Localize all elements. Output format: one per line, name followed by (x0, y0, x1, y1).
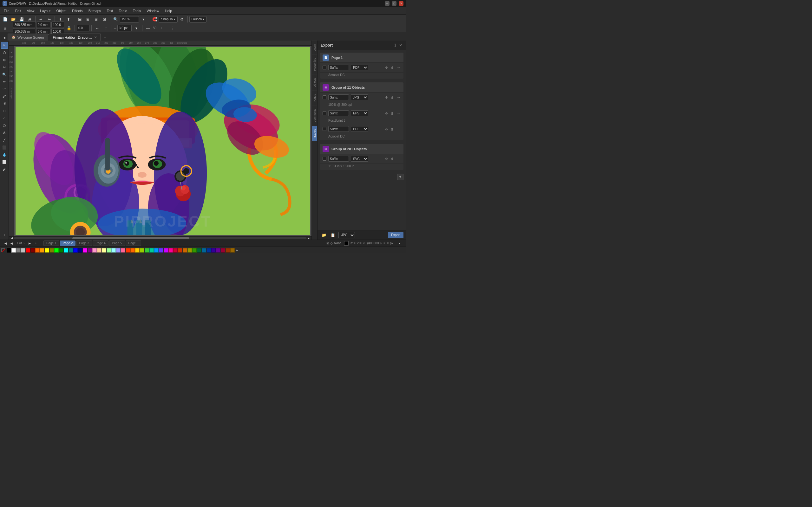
group1-eps-format[interactable]: EPSJPGPDFPNGSVG (351, 110, 368, 116)
select-tool[interactable]: ↖ (1, 42, 8, 49)
color-swatch[interactable] (16, 248, 20, 252)
page1-pdf-delete-btn[interactable]: 🗑 (390, 65, 395, 70)
node-tool[interactable]: ⬡ (1, 49, 8, 56)
first-page-btn[interactable]: |◀ (3, 241, 8, 246)
paint-tool[interactable]: 🖌 (1, 166, 8, 173)
page-tab-5[interactable]: Page 5 (109, 240, 125, 246)
side-tab-pages[interactable]: Pages (312, 91, 317, 106)
page-tab-1[interactable]: Page 1 (44, 240, 59, 246)
lock-ratio-btn[interactable]: 🔒 (65, 24, 72, 32)
minimize-button[interactable]: ─ (385, 1, 390, 6)
close-panel-btn[interactable]: ✕ (398, 43, 403, 48)
color-swatch[interactable] (26, 248, 30, 252)
expand-panels-btn[interactable]: ⟫ (394, 43, 397, 48)
menu-window[interactable]: Window (144, 8, 162, 13)
group1-jpg-more-btn[interactable]: ⋯ (396, 95, 401, 100)
group1-pdf-format[interactable]: PDFJPGPNGEPSSVG (351, 126, 368, 132)
freehand-tool[interactable]: ✏ (1, 78, 8, 85)
color-swatch[interactable] (131, 248, 135, 252)
select-all-btn[interactable]: ⊞ (1, 24, 9, 32)
ellipse-tool[interactable]: ○ (1, 115, 8, 122)
view2-btn[interactable]: ⊞ (84, 15, 92, 23)
tab-close-icon[interactable]: ✕ (94, 36, 97, 39)
group1-pdf-suffix[interactable] (328, 126, 349, 132)
scroll-track[interactable] (14, 237, 306, 239)
page1-pdf-more-btn[interactable]: ⋯ (396, 65, 401, 70)
group2-svg-format[interactable]: SVGJPGPDFPNGEPS (351, 156, 368, 162)
maximize-button[interactable]: □ (392, 1, 397, 6)
tab-document[interactable]: Firman Hatibu - Dragon... ✕ (49, 34, 101, 41)
color-swatch[interactable] (168, 248, 173, 252)
color-swatch[interactable] (178, 248, 183, 252)
eraser-tool[interactable]: ⬜ (1, 158, 8, 165)
menu-file[interactable]: File (1, 8, 12, 13)
color-swatch[interactable] (183, 248, 187, 252)
scroll-left-btn[interactable]: ◀ (9, 237, 14, 239)
color-swatch[interactable] (92, 248, 97, 252)
group1-pdf-more-btn[interactable]: ⋯ (396, 126, 401, 131)
color-swatch[interactable] (211, 248, 216, 252)
color-swatch[interactable] (88, 248, 92, 252)
color-swatch[interactable] (11, 248, 16, 252)
opacity-minus-btn[interactable]: — (144, 24, 152, 32)
group2-svg-suffix[interactable] (328, 156, 349, 162)
group1-jpg-delete-btn[interactable]: 🗑 (390, 95, 395, 100)
zoom-in-btn[interactable]: 🔍 (112, 15, 119, 23)
color-swatch[interactable] (116, 248, 120, 252)
group1-pdf-settings-btn[interactable]: ⚙ (384, 126, 389, 131)
polygon-tool[interactable]: ⬠ (1, 122, 8, 129)
color-swatch[interactable] (216, 248, 220, 252)
color-swatch[interactable] (102, 248, 106, 252)
color-swatch[interactable] (21, 248, 26, 252)
color-swatch[interactable] (188, 248, 192, 252)
color-swatch[interactable] (159, 248, 163, 252)
color-swatch[interactable] (107, 248, 111, 252)
w-input[interactable] (36, 21, 50, 28)
zoom-tool[interactable]: 🔍 (1, 71, 8, 78)
menu-object[interactable]: Object (54, 8, 69, 13)
color-swatch[interactable] (83, 248, 87, 252)
add-tool-btn[interactable]: + (1, 231, 8, 238)
group1-jpg-checkbox[interactable] (322, 95, 326, 99)
smart-draw-tool[interactable]: 〰 (1, 86, 8, 93)
horizontal-scrollbar[interactable]: ◀ ▶ (9, 236, 311, 239)
line-tool[interactable]: ╱ (1, 136, 8, 144)
more-options-btn[interactable]: ⋮ (169, 24, 177, 32)
group1-jpg-settings-btn[interactable]: ⚙ (384, 95, 389, 100)
export-folder-btn[interactable]: 📁 (320, 231, 328, 239)
angle-input[interactable] (77, 25, 90, 32)
close-button[interactable]: ✕ (399, 1, 403, 6)
view3-btn[interactable]: ⊟ (92, 15, 100, 23)
color-swatch[interactable] (121, 248, 125, 252)
group1-eps-suffix[interactable] (328, 110, 349, 116)
page1-pdf-settings-btn[interactable]: ⚙ (384, 65, 389, 70)
color-swatch[interactable] (206, 248, 211, 252)
color-swatch[interactable] (40, 248, 44, 252)
color-swatch[interactable] (7, 248, 11, 252)
group1-jpg-suffix[interactable] (328, 95, 349, 100)
group1-pdf-checkbox[interactable] (322, 127, 326, 131)
opacity-plus-btn[interactable]: + (157, 24, 165, 32)
color-swatch[interactable] (97, 248, 101, 252)
line-width-dropdown[interactable]: ▾ (133, 24, 140, 32)
side-tab-comments[interactable]: Comments (312, 105, 317, 126)
group2-svg-delete-btn[interactable]: 🗑 (390, 156, 395, 161)
next-page-btn[interactable]: ▶ (27, 241, 32, 246)
fill-tool[interactable]: ⬛ (1, 144, 8, 151)
color-swatch[interactable] (35, 248, 40, 252)
tab-add-button[interactable]: + (101, 34, 108, 41)
color-swatch[interactable] (145, 248, 149, 252)
color-swatch[interactable] (164, 248, 168, 252)
group1-eps-delete-btn[interactable]: 🗑 (390, 111, 395, 116)
color-swatch[interactable] (31, 248, 35, 252)
no-fill-btn[interactable] (1, 248, 5, 252)
group1-eps-checkbox[interactable] (322, 111, 326, 115)
color-swatch[interactable] (154, 248, 159, 252)
group1-eps-more-btn[interactable]: ⋯ (396, 111, 401, 116)
group1-eps-settings-btn[interactable]: ⚙ (384, 111, 389, 116)
zoom-dropdown[interactable]: ▾ (140, 15, 147, 23)
export-copy-btn[interactable]: 📋 (329, 231, 337, 239)
x-input[interactable] (13, 21, 35, 28)
color-swatch[interactable] (197, 248, 201, 252)
color-swatch[interactable] (140, 248, 144, 252)
